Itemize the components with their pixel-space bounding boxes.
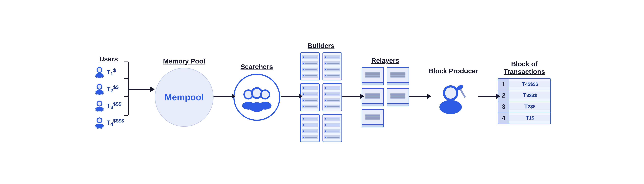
block-row-2: 2 T3$$$ <box>498 90 550 101</box>
mempool-title: Memory Pool <box>163 57 205 65</box>
block-of-transactions-section: Block ofTransactions 1 T4$$$$ 2 T3$$$ 3 … <box>498 60 551 124</box>
svg-point-7 <box>96 90 104 95</box>
builders-content <box>300 52 342 142</box>
searchers-icon <box>233 73 280 121</box>
svg-point-32 <box>259 102 272 110</box>
arrow-line-2 <box>280 96 300 97</box>
svg-point-34 <box>445 87 456 99</box>
mempool-content: Mempool <box>155 68 214 127</box>
laptop-2 <box>387 67 409 85</box>
laptop-1 <box>362 67 384 85</box>
svg-point-25 <box>245 91 252 98</box>
user-icon-t2 <box>93 82 106 95</box>
relayers-grid <box>362 67 409 127</box>
svg-point-10 <box>98 102 102 106</box>
user-label-t3: T3$$$ <box>107 101 122 110</box>
user-label-t4: T4$$$$ <box>107 118 124 127</box>
svg-point-31 <box>262 91 269 98</box>
block-num-3: 3 <box>498 101 509 112</box>
arrow-users-mempool <box>124 56 155 137</box>
svg-point-14 <box>98 118 102 122</box>
svg-point-11 <box>96 107 104 111</box>
arrow-mempool-searchers <box>214 96 233 97</box>
relayers-title: Relayers <box>372 57 399 64</box>
server-5 <box>300 114 320 142</box>
server-6 <box>322 114 342 142</box>
mempool-circle: Mempool <box>155 68 214 127</box>
arrow-relayers-blockproducer <box>409 96 429 97</box>
user-row-t4: T4$$$$ <box>93 116 124 129</box>
svg-point-2 <box>98 68 102 72</box>
server-1 <box>300 52 320 80</box>
laptop-5 <box>362 109 384 127</box>
arrow-line-5 <box>478 96 498 97</box>
block-producer-icon <box>434 78 473 117</box>
searchers-content <box>233 73 280 121</box>
block-producer-title: Block Producer <box>429 67 478 75</box>
laptop-4 <box>387 88 409 106</box>
arrow-searchers-builders <box>280 96 300 97</box>
users-section: Users T1$ <box>93 55 124 129</box>
svg-point-6 <box>98 85 102 89</box>
block-num-1: 1 <box>498 79 509 90</box>
block-of-content: 1 T4$$$$ 2 T3$$$ 3 T2$$ 4 T1$ <box>498 78 551 124</box>
svg-point-15 <box>96 124 104 128</box>
block-row-3: 3 T2$$ <box>498 101 550 112</box>
block-num-4: 4 <box>498 112 509 124</box>
server-3 <box>300 83 320 111</box>
server-2 <box>322 52 342 80</box>
user-label-t2: T2$$ <box>107 84 119 93</box>
svg-point-3 <box>96 73 104 78</box>
block-table: 1 T4$$$$ 2 T3$$$ 3 T2$$ 4 T1$ <box>498 78 551 124</box>
mempool-text: Mempool <box>164 92 204 103</box>
arrow-builders-relayers <box>342 96 362 97</box>
block-tx-4: T1$ <box>509 115 550 121</box>
mev-flow-diagram: Users T1$ <box>0 36 644 148</box>
svg-point-35 <box>440 100 462 114</box>
server-4 <box>322 83 342 111</box>
user-group: T1$ T2$$ <box>93 66 124 129</box>
relayers-content <box>362 67 409 127</box>
mempool-section: Memory Pool Mempool <box>155 57 214 127</box>
user-icon-t3 <box>93 99 106 112</box>
users-content: T1$ T2$$ <box>93 66 124 129</box>
user-row-t2: T2$$ <box>93 82 124 95</box>
builders-title: Builders <box>308 42 334 50</box>
relayers-section: Relayers <box>362 57 409 127</box>
arrow-line-4 <box>409 96 429 97</box>
block-of-title: Block ofTransactions <box>504 60 545 75</box>
svg-point-28 <box>253 89 261 97</box>
laptop-3 <box>362 88 384 106</box>
block-producer-section: Block Producer <box>429 67 478 117</box>
svg-marker-22 <box>150 86 155 92</box>
servers-grid <box>300 52 342 142</box>
block-tx-3: T2$$ <box>509 104 550 110</box>
user-label-t1: T1$ <box>107 67 116 76</box>
block-row-1: 1 T4$$$$ <box>498 79 550 90</box>
arrow-line <box>214 96 233 97</box>
arrow-blockproducer-block <box>478 96 498 97</box>
searchers-title: Searchers <box>240 63 273 71</box>
builders-section: Builders <box>300 42 342 142</box>
user-icon-t1 <box>93 66 106 78</box>
users-title: Users <box>99 55 118 63</box>
user-row-t1: T1$ <box>93 66 124 78</box>
user-row-t3: T3$$$ <box>93 99 124 112</box>
user-icon-t4 <box>93 116 106 129</box>
block-row-4: 4 T1$ <box>498 112 550 124</box>
searchers-section: Searchers <box>233 63 280 121</box>
block-tx-2: T3$$$ <box>509 92 550 99</box>
arrow-line-3 <box>342 96 362 97</box>
block-tx-1: T4$$$$ <box>509 81 550 87</box>
block-producer-content <box>434 78 473 117</box>
